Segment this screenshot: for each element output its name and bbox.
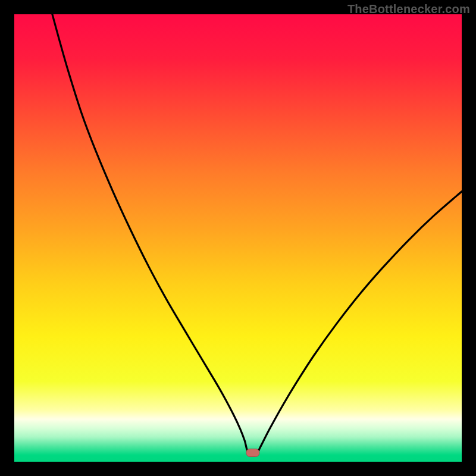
chart-background: [14, 14, 462, 462]
chart-stage: TheBottlenecker.com: [0, 0, 476, 476]
bottleneck-chart: [14, 14, 462, 462]
minimum-marker: [246, 449, 259, 456]
